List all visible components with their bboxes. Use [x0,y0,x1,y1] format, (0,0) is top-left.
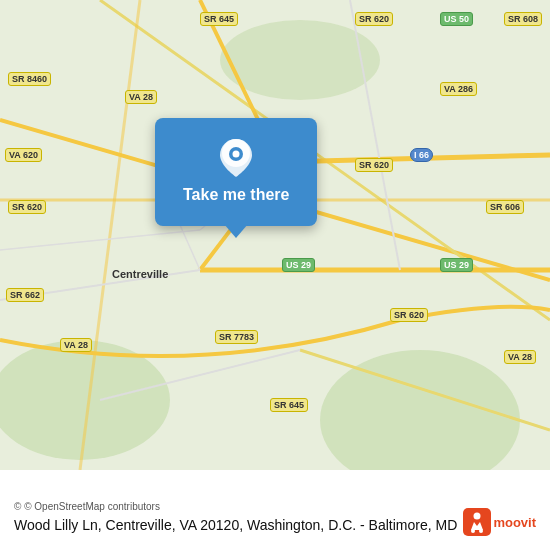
location-text: Wood Lilly Ln, Centreville, VA 20120, Wa… [14,516,536,536]
svg-point-22 [233,151,240,158]
map-container: SR 8460VA 620SR 620SR 662SR 645VA 28SR 6… [0,0,550,550]
svg-rect-23 [463,508,491,536]
svg-point-25 [471,529,475,533]
place-labels: Centreville [0,0,550,550]
callout-label: Take me there [183,186,289,204]
location-pin-icon [218,140,254,176]
bottom-bar: © © OpenStreetMap contributors Wood Lill… [0,491,550,550]
map-attribution: © © OpenStreetMap contributors [14,501,536,512]
svg-point-26 [479,529,483,533]
moovit-text: moovit [493,515,536,530]
svg-point-24 [474,513,481,520]
take-me-there-callout[interactable]: Take me there [155,118,317,226]
place-label: Centreville [112,268,168,280]
moovit-logo: moovit [463,508,536,536]
moovit-icon [463,508,491,536]
